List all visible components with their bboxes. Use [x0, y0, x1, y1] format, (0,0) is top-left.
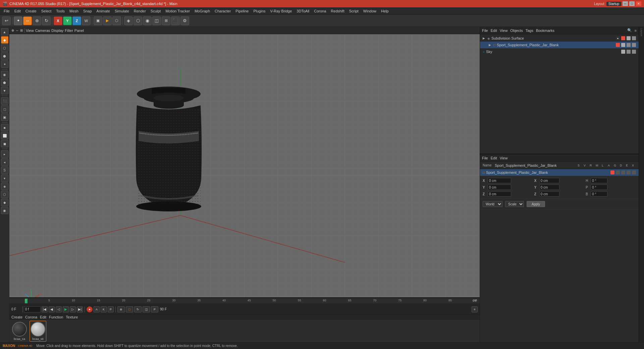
- menu-sculpt[interactable]: Sculpt: [148, 8, 163, 14]
- del-key-btn[interactable]: □: [126, 306, 133, 312]
- menu-mesh[interactable]: Mesh: [67, 8, 81, 14]
- coord-x-input[interactable]: [488, 178, 511, 183]
- undo-button[interactable]: ↩: [2, 16, 11, 25]
- texture-mode-button[interactable]: ⬡: [133, 16, 142, 25]
- tool-inflate[interactable]: ◆: [1, 199, 8, 206]
- close-button[interactable]: ✕: [636, 1, 641, 6]
- tool-sculpt[interactable]: ◆: [1, 36, 8, 44]
- frame-input[interactable]: 0 f: [25, 307, 29, 311]
- tool-spline[interactable]: ▸: [1, 150, 8, 158]
- obj-sky[interactable]: ○ Sky: [480, 48, 639, 55]
- obj-supplement-jar[interactable]: ▶ □ Sport_Supplement_Plastic_Jar_Blank: [480, 42, 639, 48]
- menu-plugins[interactable]: Plugins: [251, 8, 268, 14]
- mat-function[interactable]: Function: [49, 315, 63, 319]
- world-dropdown[interactable]: World Object: [483, 201, 502, 207]
- obj-subdivision-surface[interactable]: ▶ ◈ Subdivision Surface ●: [480, 35, 639, 42]
- tool-smooth[interactable]: ◈: [1, 183, 8, 190]
- timeline-options-btn[interactable]: ≡: [472, 306, 478, 312]
- tool-point[interactable]: ✦: [1, 60, 8, 68]
- tool-extrude[interactable]: ◂: [1, 158, 8, 166]
- prop-dot-3[interactable]: [621, 170, 625, 174]
- render-button[interactable]: ▶: [103, 16, 112, 25]
- coord-y2-input[interactable]: [539, 185, 559, 190]
- tool-paint[interactable]: ▾: [1, 174, 8, 182]
- record-button[interactable]: ●: [87, 306, 93, 312]
- tool-select[interactable]: ◉: [1, 71, 8, 78]
- vp-display[interactable]: Display: [51, 29, 63, 33]
- obj-search-icon[interactable]: 🔍: [627, 28, 632, 33]
- viewport[interactable]: ⊕ ↔ ⊞ View Cameras Display Filter Panel …: [9, 27, 480, 315]
- menu-script[interactable]: Script: [347, 8, 361, 14]
- vp-filter[interactable]: Filter: [65, 29, 73, 33]
- axis-z-button[interactable]: Z: [72, 16, 81, 25]
- scale-button[interactable]: ⊕: [33, 16, 41, 25]
- menu-vraybridge[interactable]: V-Ray Bridge: [268, 8, 294, 14]
- key-p-button[interactable]: P: [108, 306, 114, 312]
- vp-icon-1[interactable]: ⊕: [11, 29, 14, 32]
- obj-objects[interactable]: Objects: [510, 29, 523, 33]
- pose-morph-btn[interactable]: P: [151, 306, 158, 312]
- tool-scale2[interactable]: ◻: [1, 105, 8, 113]
- render-region-button[interactable]: ▣: [94, 16, 102, 25]
- vp-view[interactable]: View: [26, 29, 34, 33]
- tool-knife[interactable]: ■: [1, 124, 8, 131]
- obj-ctrl-2a[interactable]: [616, 43, 620, 47]
- prop-dot-2[interactable]: [616, 170, 620, 174]
- coord-b-input[interactable]: [591, 191, 607, 197]
- tool-flatten[interactable]: ◉: [1, 207, 8, 214]
- layout-strip-icon-1[interactable]: Layout: [640, 28, 643, 36]
- coord-y-input[interactable]: [488, 185, 511, 190]
- apply-button[interactable]: Apply: [527, 201, 545, 207]
- obj-edit[interactable]: Edit: [491, 29, 497, 33]
- prop-object-row[interactable]: □ Sport_Supplement_Plastic_Jar_Blank: [480, 169, 639, 176]
- tool-poly[interactable]: ⬡: [1, 44, 8, 52]
- obj-ctrl-1b[interactable]: [621, 36, 625, 40]
- paint-mode-button[interactable]: ◉: [143, 16, 152, 25]
- obj-ctrl-3a[interactable]: [621, 50, 625, 54]
- obj-ctrl-2d[interactable]: [632, 43, 636, 47]
- menu-help[interactable]: Help: [379, 8, 391, 14]
- add-key-btn[interactable]: ⊕: [117, 306, 125, 312]
- tool-grab[interactable]: ⬡: [1, 191, 8, 198]
- menu-render[interactable]: Render: [131, 8, 148, 14]
- prop-dot-5[interactable]: [632, 170, 636, 174]
- obj-tags[interactable]: Tags: [526, 29, 533, 33]
- motion-clip-btn[interactable]: ◫: [143, 306, 150, 312]
- menu-file[interactable]: File: [1, 8, 12, 14]
- scale-dropdown[interactable]: Scale: [505, 201, 524, 207]
- go-end-button[interactable]: ▶|: [77, 306, 83, 312]
- menu-motiontracker[interactable]: Motion Tracker: [163, 8, 192, 14]
- menu-character[interactable]: Character: [212, 8, 233, 14]
- obj-options-icon[interactable]: ≡: [635, 29, 637, 33]
- obj-ctrl-3b[interactable]: [627, 50, 631, 54]
- curve-btn[interactable]: ↻: [134, 306, 142, 312]
- tool-model[interactable]: ▲: [1, 28, 8, 36]
- tool-move[interactable]: ⬛: [1, 97, 8, 105]
- grid-button[interactable]: ⊞: [162, 16, 170, 25]
- vp-icon-2[interactable]: ↔: [15, 29, 19, 32]
- minimize-button[interactable]: ─: [623, 1, 628, 6]
- mat-create[interactable]: Create: [11, 315, 22, 319]
- go-start-button[interactable]: |◀: [42, 306, 48, 312]
- prop-view[interactable]: View: [500, 156, 508, 160]
- flex-mode-button[interactable]: ◫: [152, 16, 161, 25]
- menu-animate[interactable]: Animate: [94, 8, 112, 14]
- key-button[interactable]: K: [101, 306, 107, 312]
- axis-y-button[interactable]: Y: [63, 16, 72, 25]
- tool-rotate2[interactable]: ▣: [1, 113, 8, 121]
- obj-expand-icon-1[interactable]: ▶: [483, 37, 486, 40]
- obj-ctrl-1a[interactable]: ●: [616, 36, 620, 40]
- obj-view[interactable]: View: [500, 29, 508, 33]
- prop-dot-4[interactable]: [627, 170, 631, 174]
- snap-button[interactable]: ✦: [14, 16, 22, 25]
- prev-frame-button[interactable]: ◀: [49, 306, 55, 312]
- tool-rect[interactable]: ▼: [1, 87, 8, 94]
- play-rev-button[interactable]: ◁: [56, 306, 62, 312]
- rotate-button[interactable]: ↻: [42, 16, 51, 25]
- menu-3dtoall[interactable]: 3DToAll: [294, 8, 312, 14]
- vp-panel[interactable]: Panel: [74, 29, 84, 33]
- menu-select[interactable]: Select: [39, 8, 54, 14]
- menu-corona[interactable]: Corona: [312, 8, 328, 14]
- tool-pen[interactable]: ⬜: [1, 132, 8, 139]
- tool-edge[interactable]: ⬢: [1, 52, 8, 60]
